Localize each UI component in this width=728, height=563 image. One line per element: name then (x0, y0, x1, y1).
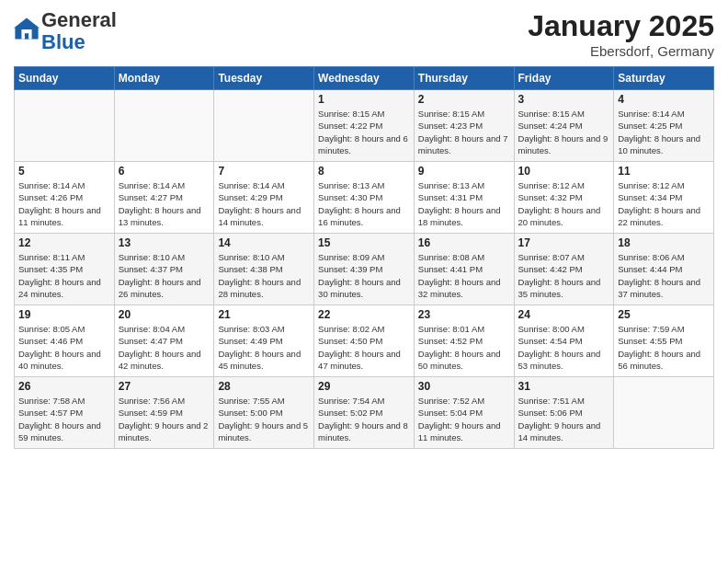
day-number: 23 (418, 308, 510, 321)
day-number: 20 (119, 308, 210, 321)
day-cell: 9Sunrise: 8:13 AM Sunset: 4:31 PM Daylig… (414, 162, 514, 234)
week-row-4: 26Sunrise: 7:58 AM Sunset: 4:57 PM Dayli… (15, 377, 714, 449)
day-info: Sunrise: 7:51 AM Sunset: 5:06 PM Dayligh… (518, 395, 610, 443)
day-number: 13 (119, 236, 210, 249)
header: General Blue January 2025 Ebersdorf, Ger… (14, 9, 714, 59)
page: { "header": { "logo_general": "General",… (0, 0, 728, 563)
calendar-header: SundayMondayTuesdayWednesdayThursdayFrid… (15, 67, 714, 90)
day-cell: 2Sunrise: 8:15 AM Sunset: 4:23 PM Daylig… (414, 90, 514, 162)
weekday-header-wednesday: Wednesday (314, 67, 415, 90)
day-cell: 18Sunrise: 8:06 AM Sunset: 4:44 PM Dayli… (614, 234, 714, 305)
day-cell: 24Sunrise: 8:00 AM Sunset: 4:54 PM Dayli… (514, 305, 614, 377)
day-cell: 7Sunrise: 8:14 AM Sunset: 4:29 PM Daylig… (214, 162, 314, 234)
day-info: Sunrise: 8:15 AM Sunset: 4:23 PM Dayligh… (418, 108, 510, 156)
day-cell: 8Sunrise: 8:13 AM Sunset: 4:30 PM Daylig… (314, 162, 415, 234)
day-number: 24 (518, 308, 610, 321)
day-number: 29 (318, 380, 410, 393)
day-cell (614, 377, 714, 449)
day-number: 31 (518, 380, 610, 393)
weekday-row: SundayMondayTuesdayWednesdayThursdayFrid… (15, 67, 714, 90)
day-info: Sunrise: 8:14 AM Sunset: 4:29 PM Dayligh… (218, 179, 310, 228)
weekday-header-monday: Monday (114, 67, 214, 90)
weekday-header-saturday: Saturday (614, 67, 714, 90)
day-cell: 27Sunrise: 7:56 AM Sunset: 4:59 PM Dayli… (114, 377, 214, 449)
weekday-header-friday: Friday (514, 67, 614, 90)
day-info: Sunrise: 7:58 AM Sunset: 4:57 PM Dayligh… (18, 395, 110, 443)
day-cell: 28Sunrise: 7:55 AM Sunset: 5:00 PM Dayli… (214, 377, 314, 449)
day-number: 3 (518, 93, 610, 106)
day-number: 8 (318, 165, 410, 178)
day-info: Sunrise: 7:55 AM Sunset: 5:00 PM Dayligh… (218, 395, 310, 443)
week-row-2: 12Sunrise: 8:11 AM Sunset: 4:35 PM Dayli… (15, 234, 714, 305)
day-number: 12 (18, 236, 110, 249)
day-cell: 25Sunrise: 7:59 AM Sunset: 4:55 PM Dayli… (614, 305, 714, 377)
day-cell: 3Sunrise: 8:15 AM Sunset: 4:24 PM Daylig… (514, 90, 614, 162)
day-cell: 21Sunrise: 8:03 AM Sunset: 4:49 PM Dayli… (214, 305, 314, 377)
day-info: Sunrise: 8:12 AM Sunset: 4:32 PM Dayligh… (518, 179, 610, 228)
logo: General Blue (14, 9, 117, 53)
day-info: Sunrise: 8:10 AM Sunset: 4:37 PM Dayligh… (119, 251, 210, 300)
day-info: Sunrise: 7:59 AM Sunset: 4:55 PM Dayligh… (618, 323, 710, 372)
day-number: 11 (618, 165, 710, 178)
logo-general: General (41, 8, 117, 31)
day-info: Sunrise: 8:11 AM Sunset: 4:35 PM Dayligh… (18, 251, 110, 300)
day-info: Sunrise: 8:00 AM Sunset: 4:54 PM Dayligh… (518, 323, 610, 372)
month-title: January 2025 (528, 9, 714, 43)
day-cell (15, 90, 115, 162)
day-number: 27 (119, 380, 210, 393)
day-number: 6 (119, 165, 210, 178)
day-cell: 16Sunrise: 8:08 AM Sunset: 4:41 PM Dayli… (414, 234, 514, 305)
day-cell: 6Sunrise: 8:14 AM Sunset: 4:27 PM Daylig… (114, 162, 214, 234)
weekday-header-sunday: Sunday (15, 67, 115, 90)
day-number: 21 (218, 308, 310, 321)
day-cell: 15Sunrise: 8:09 AM Sunset: 4:39 PM Dayli… (314, 234, 415, 305)
week-row-1: 5Sunrise: 8:14 AM Sunset: 4:26 PM Daylig… (15, 162, 714, 234)
day-info: Sunrise: 8:12 AM Sunset: 4:34 PM Dayligh… (618, 179, 710, 228)
day-cell: 5Sunrise: 8:14 AM Sunset: 4:26 PM Daylig… (15, 162, 115, 234)
day-cell: 29Sunrise: 7:54 AM Sunset: 5:02 PM Dayli… (314, 377, 415, 449)
day-number: 15 (318, 236, 410, 249)
day-number: 28 (218, 380, 310, 393)
day-number: 22 (318, 308, 410, 321)
day-info: Sunrise: 8:13 AM Sunset: 4:30 PM Dayligh… (318, 179, 410, 228)
day-cell: 19Sunrise: 8:05 AM Sunset: 4:46 PM Dayli… (15, 305, 115, 377)
logo-text: General Blue (41, 9, 117, 53)
day-info: Sunrise: 8:14 AM Sunset: 4:25 PM Dayligh… (618, 108, 710, 156)
day-cell: 20Sunrise: 8:04 AM Sunset: 4:47 PM Dayli… (114, 305, 214, 377)
day-cell: 10Sunrise: 8:12 AM Sunset: 4:32 PM Dayli… (514, 162, 614, 234)
day-number: 17 (518, 236, 610, 249)
day-cell: 22Sunrise: 8:02 AM Sunset: 4:50 PM Dayli… (314, 305, 415, 377)
day-number: 7 (218, 165, 310, 178)
day-info: Sunrise: 7:56 AM Sunset: 4:59 PM Dayligh… (119, 395, 210, 443)
day-cell: 23Sunrise: 8:01 AM Sunset: 4:52 PM Dayli… (414, 305, 514, 377)
day-cell: 26Sunrise: 7:58 AM Sunset: 4:57 PM Dayli… (15, 377, 115, 449)
day-info: Sunrise: 8:02 AM Sunset: 4:50 PM Dayligh… (318, 323, 410, 372)
day-info: Sunrise: 8:14 AM Sunset: 4:26 PM Dayligh… (18, 179, 110, 228)
day-number: 19 (18, 308, 110, 321)
day-cell: 13Sunrise: 8:10 AM Sunset: 4:37 PM Dayli… (114, 234, 214, 305)
title-block: January 2025 Ebersdorf, Germany (528, 9, 714, 59)
day-cell (214, 90, 314, 162)
day-info: Sunrise: 8:14 AM Sunset: 4:27 PM Dayligh… (119, 179, 210, 228)
day-info: Sunrise: 8:03 AM Sunset: 4:49 PM Dayligh… (218, 323, 310, 372)
calendar-table: SundayMondayTuesdayWednesdayThursdayFrid… (14, 66, 714, 449)
week-row-0: 1Sunrise: 8:15 AM Sunset: 4:22 PM Daylig… (15, 90, 714, 162)
day-cell: 14Sunrise: 8:10 AM Sunset: 4:38 PM Dayli… (214, 234, 314, 305)
day-info: Sunrise: 8:09 AM Sunset: 4:39 PM Dayligh… (318, 251, 410, 300)
day-number: 4 (618, 93, 710, 106)
day-info: Sunrise: 8:05 AM Sunset: 4:46 PM Dayligh… (18, 323, 110, 372)
logo-icon (14, 17, 40, 42)
day-number: 25 (618, 308, 710, 321)
calendar-body: 1Sunrise: 8:15 AM Sunset: 4:22 PM Daylig… (15, 90, 714, 449)
day-info: Sunrise: 7:52 AM Sunset: 5:04 PM Dayligh… (418, 395, 510, 443)
day-info: Sunrise: 8:15 AM Sunset: 4:24 PM Dayligh… (518, 108, 610, 156)
day-number: 1 (318, 93, 410, 106)
day-cell: 4Sunrise: 8:14 AM Sunset: 4:25 PM Daylig… (614, 90, 714, 162)
day-info: Sunrise: 8:10 AM Sunset: 4:38 PM Dayligh… (218, 251, 310, 300)
svg-rect-3 (25, 33, 28, 39)
day-cell: 30Sunrise: 7:52 AM Sunset: 5:04 PM Dayli… (414, 377, 514, 449)
day-cell: 11Sunrise: 8:12 AM Sunset: 4:34 PM Dayli… (614, 162, 714, 234)
day-cell: 12Sunrise: 8:11 AM Sunset: 4:35 PM Dayli… (15, 234, 115, 305)
day-number: 18 (618, 236, 710, 249)
day-info: Sunrise: 8:15 AM Sunset: 4:22 PM Dayligh… (318, 108, 410, 156)
